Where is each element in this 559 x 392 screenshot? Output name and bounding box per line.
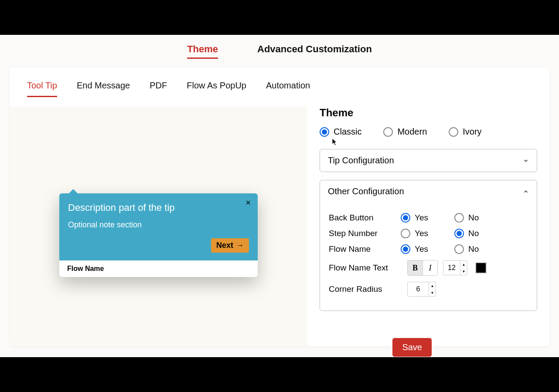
radio-icon <box>401 244 410 254</box>
spinner-up-icon[interactable]: ▲ <box>460 261 467 268</box>
tooltip-flow-name: Flow Name <box>59 260 258 277</box>
chevron-up-icon <box>523 189 529 195</box>
radio-icon <box>320 127 329 137</box>
config-panel: Theme Classic Modern Ivory <box>307 98 549 346</box>
label-step-number: Step Number <box>329 229 396 238</box>
radio-label: No <box>468 229 479 238</box>
row-corner-radius: Corner Radius 6 ▲ ▼ <box>329 282 528 297</box>
letterbox-bottom <box>0 357 559 392</box>
radio-icon <box>401 229 410 238</box>
next-button-label: Next <box>216 241 233 250</box>
accordion-body-other-configuration: Back Button Yes No <box>320 203 537 311</box>
save-button[interactable]: Save <box>392 338 432 357</box>
cursor-icon <box>332 138 338 148</box>
radio-flow-name-yes[interactable]: Yes <box>401 244 428 254</box>
label-flow-name-text: Flow Name Text <box>329 263 403 273</box>
bold-button[interactable]: B <box>408 260 423 275</box>
arrow-right-icon: → <box>236 241 244 250</box>
radio-icon <box>401 213 410 223</box>
corner-radius-value: 6 <box>408 282 429 296</box>
radio-modern[interactable]: Modern <box>383 127 427 137</box>
radio-back-button-no[interactable]: No <box>454 213 479 223</box>
label-back-button: Back Button <box>329 213 396 223</box>
accordion-title: Tip Configuration <box>328 155 394 166</box>
spinner-up-icon[interactable]: ▲ <box>429 282 436 289</box>
accordion-tip-configuration: Tip Configuration <box>320 149 537 172</box>
accordion-header-other-configuration[interactable]: Other Configuration <box>320 180 537 203</box>
main-tabs: Theme Advanced Customization <box>0 35 559 63</box>
radio-step-number-no[interactable]: No <box>454 229 479 238</box>
close-icon[interactable]: × <box>245 198 251 208</box>
accordion-title: Other Configuration <box>328 186 404 196</box>
letterbox-top <box>0 0 559 35</box>
radio-label: Classic <box>334 127 361 137</box>
subtab-automation[interactable]: Automation <box>266 81 310 97</box>
next-button[interactable]: Next → <box>211 238 249 253</box>
radio-flow-name-no[interactable]: No <box>454 244 479 254</box>
italic-button[interactable]: I <box>423 260 437 275</box>
corner-radius-spinner[interactable]: 6 ▲ ▼ <box>407 282 436 297</box>
color-swatch[interactable] <box>475 262 487 274</box>
accordion-other-configuration: Other Configuration Back Button Yes <box>320 180 537 311</box>
content-card: Tool Tip End Message PDF Flow As PopUp A… <box>10 68 549 346</box>
theme-section-title: Theme <box>320 107 537 119</box>
chevron-down-icon <box>523 158 529 164</box>
radio-label: Ivory <box>463 127 481 137</box>
theme-radio-group: Classic Modern Ivory <box>320 127 537 137</box>
text-style-group: B I <box>407 260 438 276</box>
radio-ivory[interactable]: Ivory <box>449 127 481 137</box>
subtab-pdf[interactable]: PDF <box>150 81 167 97</box>
label-flow-name: Flow Name <box>329 244 396 254</box>
radio-icon <box>449 127 458 137</box>
row-flow-name-text: Flow Name Text B I 12 ▲ ▼ <box>329 260 528 276</box>
radio-icon <box>454 244 464 254</box>
radio-step-number-yes[interactable]: Yes <box>401 229 428 238</box>
app-viewport: Theme Advanced Customization Tool Tip En… <box>0 35 559 357</box>
radio-icon <box>454 229 464 238</box>
radio-label: Modern <box>397 127 427 137</box>
radio-label: Yes <box>415 213 428 223</box>
tab-advanced-customization[interactable]: Advanced Customization <box>257 44 372 59</box>
label-corner-radius: Corner Radius <box>329 284 403 294</box>
row-step-number: Step Number Yes No <box>329 229 528 238</box>
font-size-value: 12 <box>443 261 460 275</box>
radio-label: No <box>468 244 479 254</box>
radio-label: Yes <box>415 244 428 254</box>
tooltip-note: Optional note section <box>68 220 249 230</box>
tooltip-description: Description part of the tip <box>68 202 249 213</box>
radio-icon <box>383 127 393 137</box>
radio-label: No <box>468 213 479 223</box>
radio-icon <box>454 213 464 223</box>
subtab-flow-as-popup[interactable]: Flow As PopUp <box>187 81 246 97</box>
radio-back-button-yes[interactable]: Yes <box>401 213 428 223</box>
sub-tabs: Tool Tip End Message PDF Flow As PopUp A… <box>27 81 310 97</box>
tooltip-preview: × Description part of the tip Optional n… <box>59 193 258 277</box>
accordion-header-tip-configuration[interactable]: Tip Configuration <box>320 149 537 172</box>
font-size-spinner[interactable]: 12 ▲ ▼ <box>443 260 467 275</box>
radio-label: Yes <box>415 229 428 238</box>
radio-classic[interactable]: Classic <box>320 127 361 137</box>
subtab-tool-tip[interactable]: Tool Tip <box>27 81 57 97</box>
spinner-down-icon[interactable]: ▼ <box>460 268 467 275</box>
subtab-end-message[interactable]: End Message <box>77 81 130 97</box>
spinner-down-icon[interactable]: ▼ <box>429 289 436 296</box>
preview-panel: × Description part of the tip Optional n… <box>10 107 307 346</box>
row-flow-name: Flow Name Yes No <box>329 244 528 254</box>
tab-theme[interactable]: Theme <box>187 44 218 59</box>
row-back-button: Back Button Yes No <box>329 213 528 223</box>
